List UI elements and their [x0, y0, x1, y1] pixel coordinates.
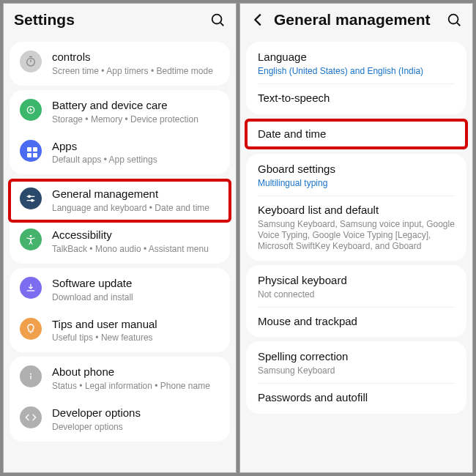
svg-point-14: [449, 15, 458, 24]
row-subtitle: Not connected: [258, 289, 456, 300]
svg-point-0: [212, 15, 222, 24]
gm-row-passwords-and-autofill[interactable]: Passwords and autofill: [246, 384, 466, 412]
search-icon[interactable]: [209, 12, 226, 28]
row-subtitle: Status • Legal information • Phone name: [52, 381, 220, 392]
timer-icon: [20, 51, 42, 72]
settings-row-developer-options[interactable]: Developer optionsDeveloper options: [10, 399, 230, 440]
row-title: Text-to-speech: [258, 92, 456, 105]
general-management-panel: General management LanguageEnglish (Unit…: [239, 3, 473, 473]
settings-row-tips-and-user-manual[interactable]: Tips and user manualUseful tips • New fe…: [10, 310, 230, 352]
settings-row-apps[interactable]: AppsDefault apps • App settings: [10, 133, 230, 174]
gm-row-mouse-and-trackpad[interactable]: Mouse and trackpad: [246, 308, 466, 336]
row-title: Battery and device care: [52, 99, 220, 113]
svg-line-1: [220, 23, 223, 26]
row-subtitle: Samsung Keyboard, Samsung voice input, G…: [258, 219, 456, 252]
row-title: Keyboard list and default: [258, 204, 456, 217]
settings-row-about-phone[interactable]: About phoneStatus • Legal information • …: [10, 358, 230, 399]
settings-header: Settings: [4, 4, 236, 37]
svg-line-15: [457, 23, 460, 26]
row-title: Mouse and trackpad: [258, 315, 456, 329]
settings-row-general-management[interactable]: General managementLanguage and keyboard …: [10, 180, 230, 221]
svg-rect-13: [30, 376, 31, 379]
row-subtitle: Download and install: [52, 292, 220, 303]
row-subtitle: Storage • Memory • Device protection: [52, 114, 220, 125]
row-subtitle: Useful tips • New features: [52, 332, 220, 343]
row-title: About phone: [52, 365, 220, 379]
row-subtitle: Language and keyboard • Date and time: [52, 203, 220, 214]
gm-row-date-and-time[interactable]: Date and time: [246, 120, 466, 149]
row-title: General management: [52, 187, 220, 201]
row-subtitle: Default apps • App settings: [52, 155, 220, 166]
row-subtitle: Multilingual typing: [258, 178, 456, 189]
gm-row-text-to-speech[interactable]: Text-to-speech: [246, 84, 466, 113]
svg-point-2: [27, 58, 35, 66]
update-icon: [20, 277, 42, 299]
settings-row-software-update[interactable]: Software updateDownload and install: [10, 269, 230, 310]
row-title: Tips and user manual: [52, 318, 220, 332]
apps-icon: [20, 140, 42, 162]
gm-row-physical-keyboard[interactable]: Physical keyboardNot connected: [246, 267, 466, 308]
row-title: Spelling correction: [258, 350, 456, 364]
row-title: Date and time: [258, 127, 456, 141]
row-title: Physical keyboard: [258, 274, 456, 288]
gm-row-keyboard-list-and-default[interactable]: Keyboard list and defaultSamsung Keyboar…: [246, 196, 466, 259]
gm-row-spelling-correction[interactable]: Spelling correctionSamsung Keyboard: [246, 343, 466, 384]
svg-point-9: [31, 200, 34, 202]
tips-icon: [20, 318, 42, 340]
row-subtitle: Samsung Keyboard: [258, 365, 456, 376]
row-subtitle: Screen time • App timers • Bedtime mode: [52, 66, 220, 77]
row-title: Accessibility: [52, 228, 220, 242]
row-title: Software update: [52, 277, 220, 291]
battery-icon: [20, 99, 42, 121]
accessibility-icon: [20, 228, 42, 250]
gm-row-language[interactable]: LanguageEnglish (United States) and Engl…: [246, 43, 466, 84]
settings-row-accessibility[interactable]: AccessibilityTalkBack • Mono audio • Ass…: [10, 221, 230, 262]
sliders-icon: [20, 187, 42, 209]
gm-row-gboard-settings[interactable]: Gboard settingsMultilingual typing: [246, 155, 466, 196]
svg-point-10: [30, 235, 32, 237]
row-title: controls: [52, 51, 220, 64]
search-icon[interactable]: [446, 12, 462, 28]
row-subtitle: English (United States) and English (Ind…: [258, 66, 456, 77]
dev-icon: [20, 406, 42, 428]
row-title: Gboard settings: [258, 163, 456, 176]
settings-row-battery-and-device-care[interactable]: Battery and device careStorage • Memory …: [10, 92, 230, 133]
svg-point-7: [29, 196, 31, 198]
row-subtitle: Developer options: [52, 422, 220, 433]
page-title: Settings: [14, 11, 209, 29]
settings-panel: Settings controlsScreen time • App timer…: [3, 3, 237, 473]
row-title: Language: [258, 51, 456, 64]
back-icon[interactable]: [250, 12, 267, 28]
row-subtitle: TalkBack • Mono audio • Assistant menu: [52, 244, 220, 255]
info-icon: [20, 365, 42, 387]
page-title: General management: [274, 11, 446, 29]
settings-row-controls[interactable]: controlsScreen time • App timers • Bedti…: [10, 43, 230, 84]
row-title: Developer options: [52, 406, 220, 420]
svg-point-12: [30, 373, 31, 375]
gm-header: General management: [240, 4, 472, 37]
row-title: Passwords and autofill: [258, 391, 456, 405]
row-title: Apps: [52, 140, 220, 154]
